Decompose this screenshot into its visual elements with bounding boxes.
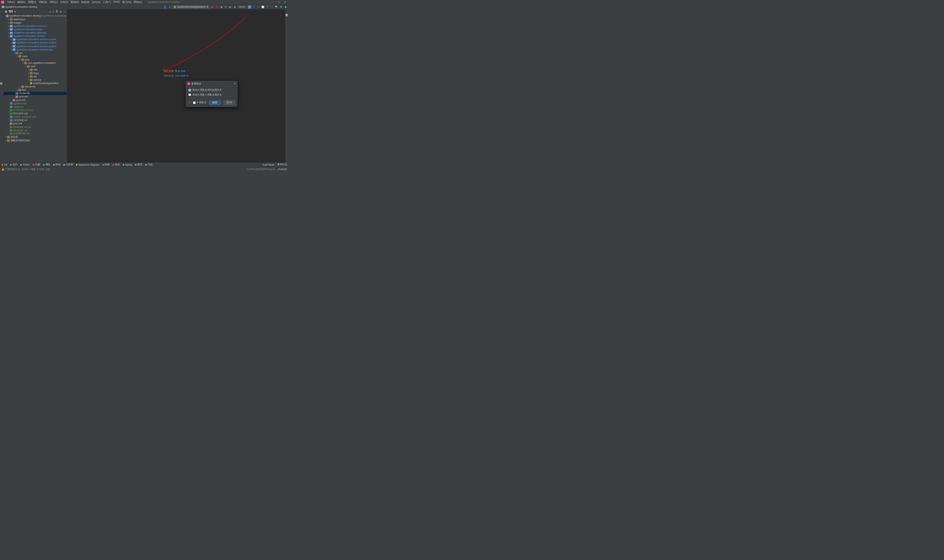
tree-row[interactable]: pom.xml: [4, 98, 67, 102]
menu-item-10[interactable]: Git(G): [112, 0, 121, 5]
menu-item-3[interactable]: 导航(N): [37, 0, 48, 5]
bottom-tab-spring[interactable]: Spring: [123, 163, 132, 166]
radio-rebase[interactable]: 在传入变更上变基当前分支: [188, 92, 235, 97]
tree-row[interactable]: pom.xml: [4, 95, 67, 98]
bottom-tab-sequence-diagram[interactable]: Sequence Diagram: [76, 163, 99, 166]
tree-row[interactable]: ▸dao: [4, 68, 67, 72]
radio-rebase-input[interactable]: [188, 93, 191, 96]
tree-row[interactable]: ▸resources: [4, 85, 67, 88]
tree-row[interactable]: UserServiceApplication: [4, 82, 67, 85]
tree-row[interactable]: ▾java: [4, 58, 67, 61]
menu-item-12[interactable]: 帮助(H): [133, 0, 143, 5]
status-lock-icon[interactable]: 🔓: [2, 168, 5, 171]
tree-row[interactable]: ▾main: [4, 55, 67, 58]
ok-button[interactable]: 确定: [209, 100, 221, 105]
tree-row[interactable]: ▾com.kyplatform.education: [4, 61, 67, 65]
history-icon[interactable]: 🕑: [261, 5, 265, 8]
gutter-database[interactable]: 数据库: [284, 11, 289, 162]
eval-reset-tab[interactable]: Eval Reset: [262, 163, 274, 166]
breadcrumb[interactable]: kyplatform-education-develop: [2, 6, 37, 8]
back-arrow-icon[interactable]: ↙: [168, 5, 171, 8]
menu-item-2[interactable]: 视图(V): [27, 0, 38, 5]
tree-row[interactable]: ▸kyplatform-education-service-system: [4, 45, 67, 48]
tree-row[interactable]: 添加新功能.md: [4, 132, 67, 135]
gear-icon[interactable]: ⚙: [279, 5, 283, 8]
menu-item-11[interactable]: 窗口(W): [121, 0, 133, 5]
no-show-checkbox[interactable]: 不再显示: [193, 101, 207, 105]
run-icon[interactable]: ▶: [228, 5, 232, 8]
maximize-icon[interactable]: ☐: [278, 1, 280, 4]
ide-icon[interactable]: ◆: [284, 5, 287, 8]
commit-icon[interactable]: ✓: [253, 5, 256, 8]
bottom-tab-分析器[interactable]: 分析器: [63, 163, 73, 166]
tree-row[interactable]: ▸kyplatform-education-common: [4, 25, 67, 28]
collapse-all-icon[interactable]: ≣: [56, 10, 58, 13]
no-show-input[interactable]: [193, 102, 196, 104]
tree-row[interactable]: ▾src: [4, 51, 67, 55]
tree-row[interactable]: ▸test: [4, 88, 67, 91]
stop-icon[interactable]: ■: [233, 5, 237, 8]
tree-row[interactable]: ▾kyplatform-education-service: [4, 34, 67, 38]
tree-row[interactable]: .gitattributes: [4, 102, 67, 105]
radio-merge[interactable]: 将传入变更合并到当前分支: [188, 88, 235, 92]
close-icon[interactable]: ✕: [284, 1, 286, 4]
menu-item-7[interactable]: 构建(B): [80, 0, 91, 5]
menu-item-0[interactable]: 文件(F): [6, 0, 16, 5]
gear-icon[interactable]: ⚙: [59, 10, 62, 13]
menu-item-5[interactable]: 分析(Z): [59, 0, 69, 5]
bottom-tab-调试[interactable]: 调试: [43, 163, 50, 166]
tree-row[interactable]: DOCKER.md: [4, 112, 67, 115]
tree-row[interactable]: ▸kyplatform-education-service-subject: [4, 41, 67, 45]
gutter-project[interactable]: 项目: [0, 11, 3, 162]
select-opened-icon[interactable]: ⊙: [49, 10, 51, 13]
tree-row[interactable]: ▸images: [4, 21, 67, 25]
coverage-icon[interactable]: ◉: [220, 5, 223, 8]
tree-row[interactable]: pom.xml: [4, 122, 67, 125]
tree-row[interactable]: ▸外部库: [4, 135, 67, 139]
tree-row[interactable]: ▾kyplatform-education-develop[kyplatform…: [4, 14, 67, 18]
update-project-icon[interactable]: ↙: [248, 5, 251, 8]
help-icon[interactable]: ?: [188, 101, 191, 105]
bottom-tab-问题[interactable]: 问题: [32, 163, 40, 166]
tree-row[interactable]: ▸distribution: [4, 18, 67, 21]
search-icon[interactable]: 🔍: [275, 5, 278, 8]
rollback-icon[interactable]: ↶: [266, 5, 269, 8]
push-icon[interactable]: ↗: [257, 5, 260, 8]
event-log-tab[interactable]: 事件日志: [277, 163, 287, 166]
tree-row[interactable]: docker-compose.yml: [4, 115, 67, 118]
project-tree[interactable]: ▾kyplatform-education-develop[kyplatform…: [4, 14, 67, 163]
menu-item-8[interactable]: 运行(U): [91, 0, 102, 5]
tree-row[interactable]: ▾user: [4, 65, 67, 68]
tree-row[interactable]: ▸feign: [4, 72, 67, 75]
tree-row[interactable]: .gitignore: [4, 105, 67, 108]
bottom-tab-构建[interactable]: 构建: [102, 163, 110, 166]
tree-row[interactable]: ▸kyplatform-education-feign: [4, 28, 67, 31]
hide-icon[interactable]: —: [63, 10, 66, 13]
add-user-icon[interactable]: 👤: [164, 5, 167, 8]
tree-row[interactable]: ▸job: [4, 75, 67, 78]
tree-row[interactable]: ▸kyplatform-education-gateway: [4, 31, 67, 34]
tree-row[interactable]: ▸草稿文件和控制台: [4, 139, 67, 142]
bottom-tab-端点[interactable]: 端点: [112, 163, 120, 166]
tree-row[interactable]: CHANGELOG.md: [4, 108, 67, 112]
chevron-down-icon[interactable]: ▾: [14, 10, 15, 13]
bottom-tab-git[interactable]: Git: [2, 163, 7, 166]
radio-merge-input[interactable]: [188, 89, 191, 91]
tree-row[interactable]: ▸kyplatform-education-service-course: [4, 38, 67, 41]
git-branch[interactable]: ⎇ dev02: [277, 168, 287, 171]
menu-item-1[interactable]: 编辑(E): [16, 0, 27, 5]
tree-row[interactable]: Dockerfile: [4, 92, 67, 95]
bottom-tab-重置[interactable]: 重置: [135, 163, 142, 166]
tree-row[interactable]: README.en.md: [4, 125, 67, 129]
menu-item-4[interactable]: 代码(C): [48, 0, 59, 5]
dialog-close-icon[interactable]: ✕: [234, 82, 236, 85]
hammer-icon[interactable]: ▸: [211, 5, 214, 8]
bottom-tab-终端[interactable]: 终端: [53, 163, 60, 166]
expand-all-icon[interactable]: ≡: [53, 10, 54, 13]
more-icon[interactable]: ⋮: [270, 5, 273, 8]
tree-row[interactable]: ▸service: [4, 78, 67, 82]
bottom-tab-运行[interactable]: 运行: [10, 163, 17, 166]
profiler-icon[interactable]: ⏱: [224, 5, 227, 8]
tree-row[interactable]: README.md: [4, 129, 67, 132]
bottom-tab-todo[interactable]: TODO: [20, 163, 30, 166]
